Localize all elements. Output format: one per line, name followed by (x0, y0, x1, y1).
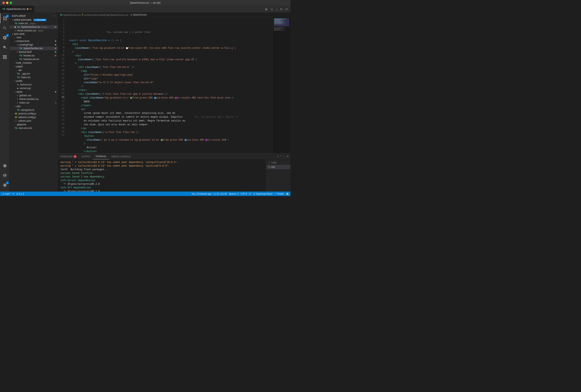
acf-site-section[interactable]: ▾ ACF-SITE (10, 32, 58, 36)
more-button[interactable]: ••• (284, 7, 289, 11)
sync-icon[interactable]: ↻ (12, 192, 14, 195)
sidebar-item-app[interactable]: TS _app.tsx (10, 72, 58, 76)
file-path: comp... (42, 26, 49, 28)
split-button[interactable]: ⧉ (280, 7, 283, 11)
tab-splashsection[interactable]: TS SplashSection.tsx M (0, 6, 34, 12)
more-options-icon[interactable]: ··· (52, 14, 56, 18)
folder-api[interactable]: › api (10, 68, 58, 72)
folder-name: node_modules (16, 62, 32, 64)
status-bar: ⎇ main* ↻ ⊘ 0 △ 3 You, 13 minutes ago Ln… (0, 192, 290, 196)
editor[interactable]: 1 2 3 4 5 6 7 8 9 10 11 12 13 14 15 16 1 (58, 17, 290, 153)
sidebar-content[interactable]: ▾ OPEN EDITORS 1 UNSAVED TS index.tsx pa… (10, 18, 58, 192)
output-label: OUTPUT (82, 155, 90, 158)
maximize-panel-icon[interactable]: ⌃ (280, 155, 282, 158)
eol-status[interactable]: LF (249, 192, 252, 195)
history-button[interactable]: ◷ (270, 7, 274, 11)
folder-next[interactable]: › .next (10, 36, 58, 39)
explorer-icon[interactable]: 1 (0, 14, 10, 23)
terminal-content[interactable]: warning " > tailwindcss@3.0.23" has unme… (58, 160, 266, 192)
add-terminal-icon[interactable]: + (277, 155, 278, 158)
sidebar-item-globals[interactable]: # globals.css (10, 94, 58, 97)
close-panel-icon[interactable]: ✕ (287, 155, 289, 158)
sidebar-item-index-css[interactable]: # index.css 3 (10, 101, 58, 104)
sidebar-item-eslintrc[interactable]: { } .eslintrc.json (10, 119, 58, 123)
terminal-info-dep-1: └─ @types/nprogress@0.2.0 (60, 182, 264, 186)
sidebar-item-splashsection-tree[interactable]: TS SplashSection.tsx M (10, 46, 58, 50)
run-button[interactable]: ▶ (265, 7, 268, 11)
language-status[interactable]: () TypeScript React (254, 192, 272, 195)
git-branch[interactable]: ⎇ main* (2, 192, 10, 195)
chevron-icon: ▾ (14, 66, 16, 68)
extensions-icon[interactable] (0, 52, 10, 62)
tab-problems[interactable]: PROBLEMS 3 (58, 154, 79, 159)
sidebar-item-navbar[interactable]: TS Navbar.tsx M (10, 54, 58, 58)
code-editor[interactable]: You, seconds ago | 1 author (You) export… (68, 17, 272, 153)
sidebar-item-index-tsx[interactable]: TS index.tsx pages (10, 22, 58, 25)
tab-output[interactable]: OUTPUT (79, 154, 93, 159)
tab-debug-console[interactable]: DEBUG CONSOLE (109, 154, 133, 159)
sidebar-item-vercel[interactable]: ◆ vercel.svg (10, 86, 58, 90)
sidebar-item-home-module[interactable]: # Home.module.css styles (10, 29, 58, 32)
status-left: ⎇ main* ↻ ⊘ 0 △ 3 (2, 192, 24, 195)
warnings-text: △ 3 (20, 192, 24, 195)
file-name: Home.module.css (19, 98, 39, 100)
folder-name: NavbarStuff (19, 50, 32, 54)
sidebar-item-splashsection[interactable]: TS SplashSection.tsx comp... M (10, 25, 58, 29)
sidebar-item-next-env[interactable]: TS next-env.d.ts (10, 126, 58, 130)
folder-landingpage[interactable]: ▾ LandingPage (10, 43, 58, 46)
folder-public[interactable]: ▾ public (10, 79, 58, 83)
close-button[interactable] (2, 2, 5, 4)
sidebar-item-navbarlink[interactable]: TS NavbarLink.tsx (10, 58, 58, 61)
file-name: index.tsx (21, 76, 30, 79)
sidebar-item-nprogress-ts[interactable]: TS nprogress.ts (10, 108, 58, 112)
bottom-panel: PROBLEMS 3 OUTPUT TERMINAL DEBUG CONSOLE… (58, 153, 290, 192)
maximize-button[interactable] (10, 2, 12, 4)
minimize-button[interactable] (6, 2, 8, 4)
remote-icon[interactable] (0, 161, 10, 170)
sidebar-item-tailwind[interactable]: JS tailwind.config.js (10, 116, 58, 119)
prettier-status[interactable]: ✓ Prettier (274, 192, 284, 195)
tab-terminal[interactable]: TERMINAL (93, 154, 109, 159)
sidebar-item-favicon[interactable]: ★ favicon.ico (10, 83, 58, 86)
ts-file-icon: TS (17, 76, 20, 78)
modified-dot (14, 26, 16, 28)
prettier-icon: ✓ (274, 192, 276, 195)
folder-styles[interactable]: ▾ styles (10, 90, 58, 94)
sidebar-item-postcss[interactable]: JS postcss.config.js (10, 112, 58, 116)
errors-count[interactable]: ⊘ 0 △ 3 (16, 192, 24, 195)
sidebar-item-gitignore[interactable]: · .gitignore (10, 123, 58, 126)
breadcrumb-filename: SplashSection.tsx (63, 14, 81, 16)
folder-navbarstuff[interactable]: ▾ NavbarStuff (10, 50, 58, 54)
file-name: next-env.d.ts (18, 127, 32, 130)
status-right: You, 13 minutes ago Ln 21, Col 46 Spaces… (192, 192, 289, 195)
sidebar-item-index-pages[interactable]: TS index.tsx (10, 76, 58, 79)
source-control-icon[interactable]: 2 (0, 33, 10, 42)
folder-name: .next (16, 36, 21, 39)
notification-icon[interactable]: 🔔 (286, 192, 289, 195)
explorer-label: EXPLORER (12, 15, 26, 17)
encoding-status[interactable]: UTF-8 (240, 192, 247, 195)
file-name: .eslintrc.json (18, 120, 31, 122)
settings-icon[interactable]: 1 (0, 180, 10, 190)
folder-components[interactable]: ▾ components (10, 39, 58, 43)
sidebar-item-home-module-tree[interactable]: # Home.module.css (10, 97, 58, 101)
account-icon[interactable] (0, 170, 10, 180)
minimize-panel-icon[interactable]: ⌄ (283, 155, 286, 158)
folder-pages[interactable]: ▾ pages (10, 65, 58, 68)
panel-sidebar: > node > zsh (266, 160, 290, 192)
cursor-position[interactable]: Ln 21, Col 46 (214, 192, 227, 195)
terminal-zsh[interactable]: > zsh (266, 165, 290, 169)
search-button[interactable]: ⌕ (275, 7, 278, 11)
traffic-lights (2, 2, 12, 4)
window-title: SplashSection.tsx — acf-site (130, 2, 161, 4)
blame-status[interactable]: You, 13 minutes ago (192, 192, 212, 195)
folder-node-modules[interactable]: › node_modules (10, 61, 58, 65)
open-editors-section[interactable]: ▾ OPEN EDITORS 1 UNSAVED (10, 18, 58, 22)
spaces-status[interactable]: Spaces: 2 (229, 192, 239, 195)
minimap[interactable] (272, 17, 290, 153)
run-debug-icon[interactable] (0, 42, 10, 52)
folder-name: LandingPage (19, 43, 33, 46)
folder-utils[interactable]: ▾ utils (10, 104, 58, 108)
search-icon[interactable] (0, 23, 10, 33)
terminal-node[interactable]: > node (266, 160, 290, 165)
